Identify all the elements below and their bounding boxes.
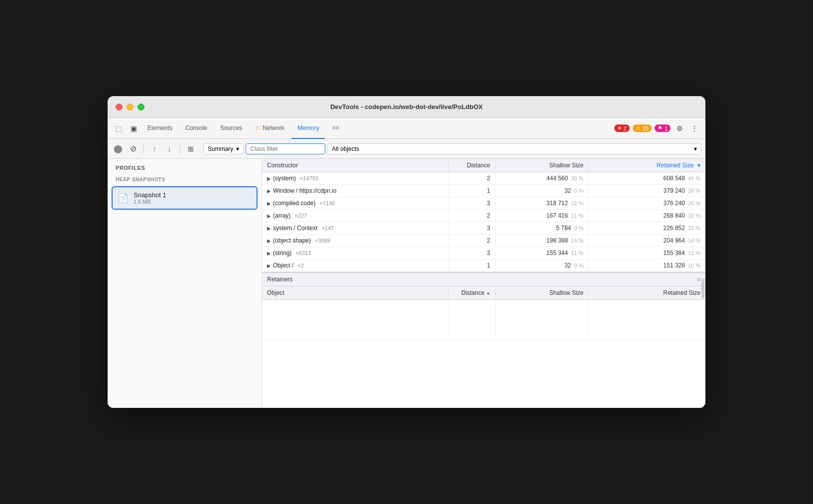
table-row: ▶ (compiled code) ×7140 3318 71222 %376 … bbox=[262, 197, 705, 210]
ret-col-object[interactable]: Object bbox=[262, 286, 449, 300]
maximize-button[interactable] bbox=[137, 104, 144, 111]
class-filter-input[interactable] bbox=[246, 143, 325, 154]
warning-icon: ⚠ bbox=[636, 125, 641, 131]
all-objects-arrow-icon: ▾ bbox=[694, 145, 697, 152]
network-warning-icon: ⚠ bbox=[255, 125, 261, 131]
table-row: ▶ (system) ×14793 2444 56030 %608 54841 … bbox=[262, 172, 705, 185]
ret-col-retained[interactable]: Retained Size bbox=[589, 286, 705, 300]
constructor-count: ×7140 bbox=[319, 200, 335, 206]
col-shallow-size[interactable]: Shallow Size bbox=[495, 159, 588, 172]
row-expand-arrow[interactable]: ▶ bbox=[267, 201, 271, 206]
clear-button[interactable]: ⊘ bbox=[127, 142, 139, 155]
all-objects-dropdown[interactable]: All objects ▾ bbox=[327, 143, 701, 154]
heap-table: Constructor Distance Shallow Size Retain… bbox=[262, 159, 705, 272]
errors-badge[interactable]: ✕ 2 bbox=[614, 125, 630, 132]
table-row: ▶ (object shape) ×3389 2198 38814 %204 9… bbox=[262, 235, 705, 247]
ret-col-shallow[interactable]: Shallow Size bbox=[495, 286, 588, 300]
distance-cell: 2 bbox=[449, 172, 496, 185]
toolbar-divider bbox=[143, 144, 144, 154]
col-distance[interactable]: Distance bbox=[449, 159, 496, 172]
close-button[interactable] bbox=[116, 104, 123, 111]
constructor-count: ×147 bbox=[321, 225, 334, 231]
constructor-name: (compiled code) bbox=[273, 200, 315, 207]
row-expand-arrow[interactable]: ▶ bbox=[267, 176, 271, 181]
retained-size-cell: 268 84018 % bbox=[589, 210, 705, 222]
snapshot-size: 1.5 MB bbox=[134, 199, 252, 205]
constructor-name: (array) bbox=[273, 212, 290, 219]
retained-size-cell: 204 96414 % bbox=[589, 235, 705, 247]
distance-cell: 3 bbox=[449, 197, 496, 210]
row-expand-arrow[interactable]: ▶ bbox=[267, 213, 271, 219]
table-row: ▶ system / Context ×147 35 7840 %226 852… bbox=[262, 222, 705, 235]
shallow-size-cell: 318 71222 % bbox=[495, 197, 588, 210]
constructor-name: Window / https://cdpn.io bbox=[273, 187, 336, 194]
tab-memory[interactable]: Memory bbox=[291, 118, 325, 139]
window-title: DevTools - codepen.io/web-dot-dev/live/P… bbox=[330, 103, 483, 111]
retained-size-cell: 155 38411 % bbox=[589, 247, 705, 259]
snapshot-name: Snapshot 1 bbox=[134, 191, 252, 199]
issues-icon: ⚑ bbox=[658, 125, 663, 131]
table-row: ▶ (array) ×227 2167 41611 %268 84018 % bbox=[262, 210, 705, 222]
row-expand-arrow[interactable]: ▶ bbox=[267, 263, 271, 268]
col-retained-size[interactable]: Retained Size ▾ bbox=[589, 159, 705, 172]
scrollbar-thumb[interactable] bbox=[701, 278, 704, 298]
col-constructor[interactable]: Constructor bbox=[262, 159, 449, 172]
ret-col-distance[interactable]: Distance ▲ bbox=[449, 286, 496, 300]
distance-cell: 1 bbox=[449, 259, 496, 272]
tab-console[interactable]: Console bbox=[179, 118, 213, 139]
constructor-count: ×6313 bbox=[295, 250, 311, 256]
retainers-table: Object Distance ▲ Shallow Size Retained … bbox=[262, 286, 705, 340]
devtools-window: DevTools - codepen.io/web-dot-dev/live/P… bbox=[108, 96, 705, 408]
constructor-name: system / Context bbox=[273, 225, 317, 232]
tab-network[interactable]: ⚠ Network bbox=[249, 118, 290, 139]
more-tabs-button[interactable]: >> bbox=[326, 118, 345, 139]
retainers-empty-row bbox=[262, 300, 705, 340]
shallow-size-cell: 5 7840 % bbox=[495, 222, 588, 235]
sidebar: Profiles HEAP SNAPSHOTS 📄 Snapshot 1 1.5… bbox=[108, 159, 262, 408]
download-button[interactable]: ↓ bbox=[163, 142, 176, 155]
snapshot-file-icon: 📄 bbox=[118, 193, 129, 204]
table-row: ▶ Object / ×2 1320 %151 32810 % bbox=[262, 259, 705, 272]
profiles-title: Profiles bbox=[112, 165, 258, 175]
shallow-size-cell: 320 % bbox=[495, 185, 588, 197]
distance-cell: 2 bbox=[449, 210, 496, 222]
settings-icon[interactable]: ⚙ bbox=[673, 122, 686, 135]
garbage-collect-button[interactable]: ⊞ bbox=[184, 142, 197, 155]
tab-sources[interactable]: Sources bbox=[214, 118, 248, 139]
summary-dropdown[interactable]: Summary ▾ bbox=[203, 143, 244, 154]
distance-cell: 3 bbox=[449, 247, 496, 259]
upload-button[interactable]: ↑ bbox=[148, 142, 161, 155]
snapshot-info: Snapshot 1 1.5 MB bbox=[134, 191, 252, 205]
main-toolbar: ⬚ ▣ Elements Console Sources ⚠ Network M… bbox=[108, 118, 705, 139]
warnings-badge[interactable]: ⚠ 35 bbox=[633, 125, 652, 132]
distance-cell: 3 bbox=[449, 222, 496, 235]
row-expand-arrow[interactable]: ▶ bbox=[267, 226, 271, 231]
retainers-title: Retainers bbox=[267, 276, 292, 283]
shallow-size-cell: 155 34411 % bbox=[495, 247, 588, 259]
row-expand-arrow[interactable]: ▶ bbox=[267, 251, 271, 256]
minimize-button[interactable] bbox=[127, 104, 134, 111]
heap-snapshots-label: HEAP SNAPSHOTS bbox=[112, 175, 258, 184]
row-expand-arrow[interactable]: ▶ bbox=[267, 238, 271, 244]
device-icon[interactable]: ▣ bbox=[127, 122, 140, 135]
row-expand-arrow[interactable]: ▶ bbox=[267, 188, 271, 194]
constructor-count: ×3389 bbox=[315, 238, 330, 244]
tab-elements[interactable]: Elements bbox=[141, 118, 178, 139]
issues-badge[interactable]: ⚑ 1 bbox=[655, 125, 671, 132]
cursor-icon[interactable]: ⬚ bbox=[112, 122, 126, 135]
retainers-menu-icon[interactable]: ≡ bbox=[697, 276, 700, 283]
snapshot-item[interactable]: 📄 Snapshot 1 1.5 MB bbox=[112, 186, 258, 210]
ret-sort-arrow-icon: ▲ bbox=[486, 291, 490, 295]
distance-cell: 1 bbox=[449, 185, 496, 197]
shallow-size-cell: 198 38814 % bbox=[495, 235, 588, 247]
distance-cell: 2 bbox=[449, 235, 496, 247]
record-button[interactable]: ⬤ bbox=[112, 142, 125, 155]
more-options-icon[interactable]: ⋮ bbox=[687, 122, 701, 135]
sort-arrow-icon: ▾ bbox=[697, 162, 700, 169]
traffic-lights bbox=[116, 104, 144, 111]
table-row: ▶ (string) ×6313 3155 34411 %155 38411 % bbox=[262, 247, 705, 259]
constructor-name: (object shape) bbox=[273, 237, 311, 244]
constructor-count: ×2 bbox=[297, 262, 304, 268]
table-row: ▶ Window / https://cdpn.io 1320 %379 240… bbox=[262, 185, 705, 197]
shallow-size-cell: 167 41611 % bbox=[495, 210, 588, 222]
